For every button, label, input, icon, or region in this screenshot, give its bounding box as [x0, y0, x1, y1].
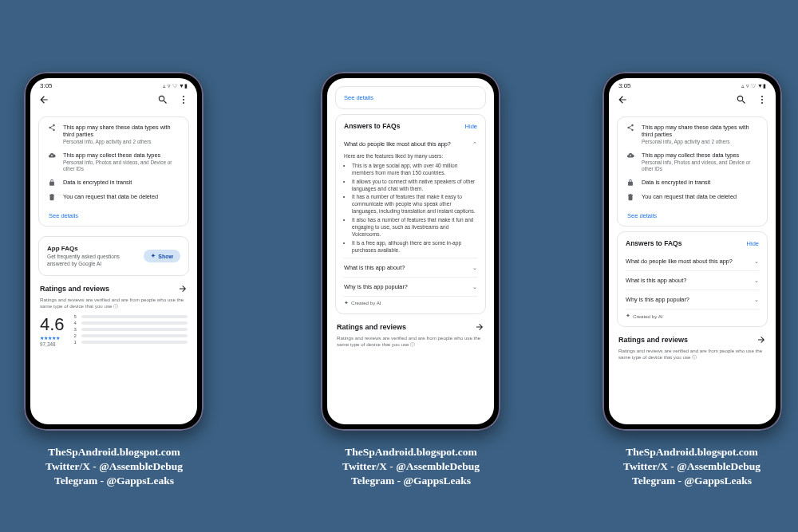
more-icon[interactable] [178, 94, 189, 105]
collect-sub: Personal info, Photos and videos, and De… [63, 160, 180, 172]
hide-link[interactable]: Hide [465, 123, 477, 130]
faq-q3-row[interactable]: Why is this app popular? ⌄ [344, 277, 477, 296]
ratings-header[interactable]: Ratings and reviews [618, 335, 766, 345]
faq-bullet: It is a free app, although there are som… [352, 240, 477, 254]
screen: 3:05 ▵ ▿ ♡ ▼▮ This app may share these d… [609, 78, 776, 424]
back-icon[interactable] [617, 94, 628, 105]
cloud-upload-icon [626, 152, 635, 172]
encrypt-text: Data is encrypted in transit [642, 179, 710, 186]
faq-q3: Why is this app popular? [344, 283, 408, 290]
arrow-right-icon [178, 284, 188, 294]
faq-title: App FAQs [47, 245, 137, 252]
rating-bars: 5 4 3 2 1 [74, 314, 188, 346]
chevron-up-icon: ⌃ [472, 140, 477, 148]
sparkle-icon: ✦ [151, 253, 156, 259]
answers-faq-card: Answers to FAQs Hide What do people like… [335, 114, 486, 314]
answers-title: Answers to FAQs [344, 122, 400, 130]
faq-q2-row[interactable]: What is this app about? ⌄ [344, 258, 477, 277]
rating-count: 97,348 [40, 341, 65, 347]
status-icons: ▵ ▿ ♡ ▼▮ [163, 83, 188, 89]
lock-icon [47, 179, 57, 187]
delete-icon [626, 193, 635, 201]
see-details-link[interactable]: See details [49, 212, 78, 219]
sparkle-icon: ✦ [626, 313, 630, 319]
collect-sub: Personal info, Photos and videos, and De… [642, 160, 759, 172]
ratings-sub: Ratings and reviews are verified and are… [337, 335, 484, 348]
phone-mockup-3: 3:05 ▵ ▿ ♡ ▼▮ This app may share these d… [602, 72, 782, 431]
collect-title: This app may collect these data types [642, 152, 759, 159]
search-icon[interactable] [157, 94, 168, 105]
phone-mockup-1: 3:05 ▵ ▿ ♡ ▼▮ This app may share these d… [24, 72, 203, 431]
status-bar: 3:05 ▵ ▿ ♡ ▼▮ [609, 78, 776, 91]
share-icon [626, 124, 635, 145]
faq-q3-row[interactable]: Why is this app popular? ⌄ [626, 290, 759, 309]
ratings-header[interactable]: Ratings and reviews [40, 284, 188, 294]
faq-q2: What is this app about? [626, 277, 686, 284]
app-faqs-card: App FAQs Get frequently asked questions … [38, 236, 189, 275]
faq-bullet: This is a large social app, with over 40… [352, 163, 477, 177]
share-title: This app may share these data types with… [642, 124, 759, 138]
answers-faq-card: Answers to FAQs Hide What do people like… [617, 231, 768, 327]
show-label: Show [158, 254, 173, 259]
arrow-right-icon [757, 335, 766, 345]
ratings-block: 4.6 ★★★★★ 97,348 5 4 3 2 1 [40, 314, 188, 347]
chevron-down-icon: ⌄ [472, 283, 477, 290]
ratings-title: Ratings and reviews [337, 323, 406, 331]
faq-q2-row[interactable]: What is this app about? ⌄ [626, 270, 759, 290]
ratings-title: Ratings and reviews [618, 336, 688, 344]
faq-bullet: It allows you to connect with native spe… [352, 179, 477, 193]
created-by-ai: ✦ Created by AI [344, 296, 477, 306]
arrow-right-icon [475, 322, 484, 332]
chevron-down-icon: ⌄ [754, 258, 759, 265]
caption: TheSpAndroid.blogspot.com Twitter/X - @A… [10, 445, 218, 489]
more-icon[interactable] [757, 94, 768, 105]
chevron-down-icon: ⌄ [754, 296, 759, 303]
search-icon[interactable] [736, 94, 747, 105]
ratings-header[interactable]: Ratings and reviews [337, 322, 484, 332]
see-details-card[interactable]: See details [335, 86, 486, 109]
data-safety-card: This app may share these data types with… [38, 116, 189, 227]
top-app-bar [30, 91, 197, 112]
encrypt-text: Data is encrypted in transit [63, 179, 132, 186]
faq-q1-row[interactable]: What do people like most about this app?… [344, 135, 477, 153]
see-details-link[interactable]: See details [627, 212, 657, 219]
rating-score: 4.6 [40, 314, 65, 335]
status-time: 3:05 [618, 82, 631, 89]
faq-q1: What do people like most about this app? [626, 258, 733, 265]
cloud-upload-icon [47, 152, 57, 172]
svg-point-4 [761, 99, 763, 100]
share-title: This app may share these data types with… [63, 124, 180, 138]
caption: TheSpAndroid.blogspot.com Twitter/X - @A… [588, 445, 796, 489]
faq-q2: What is this app about? [344, 264, 405, 271]
svg-point-0 [183, 96, 184, 97]
delete-text: You can request that data be deleted [63, 193, 158, 200]
svg-point-2 [183, 102, 184, 104]
share-sub: Personal info, App activity and 2 others [63, 139, 180, 145]
answers-title: Answers to FAQs [626, 239, 681, 247]
faq-intro: Here are the features liked by many user… [344, 153, 477, 160]
data-safety-card: This app may share these data types with… [617, 116, 768, 227]
chevron-down-icon: ⌄ [754, 277, 759, 284]
rating-stars: ★★★★★ [40, 335, 65, 341]
svg-point-1 [183, 99, 184, 100]
caption: TheSpAndroid.blogspot.com Twitter/X - @A… [307, 445, 515, 489]
status-bar: 3:05 ▵ ▿ ♡ ▼▮ [30, 78, 197, 91]
show-button[interactable]: ✦ Show [144, 250, 180, 262]
ratings-title: Ratings and reviews [40, 285, 109, 293]
faq-bullet: It also has a number of features that ma… [352, 217, 477, 238]
collect-title: This app may collect these data types [63, 152, 180, 159]
hide-link[interactable]: Hide [747, 240, 759, 247]
top-app-bar [609, 91, 776, 112]
faq-q1-body: Here are the features liked by many user… [344, 153, 477, 254]
back-icon[interactable] [38, 94, 49, 105]
faq-q1-row[interactable]: What do people like most about this app?… [626, 252, 759, 270]
lock-icon [626, 179, 635, 187]
see-details-link[interactable]: See details [344, 94, 373, 101]
status-time: 3:05 [40, 82, 53, 89]
phone-mockup-2: See details Answers to FAQs Hide What do… [321, 72, 500, 431]
delete-text: You can request that data be deleted [642, 193, 737, 200]
svg-point-3 [761, 96, 763, 97]
share-sub: Personal info, App activity and 2 others [642, 139, 759, 145]
svg-point-5 [761, 102, 763, 104]
faq-q1: What do people like most about this app? [344, 140, 451, 148]
